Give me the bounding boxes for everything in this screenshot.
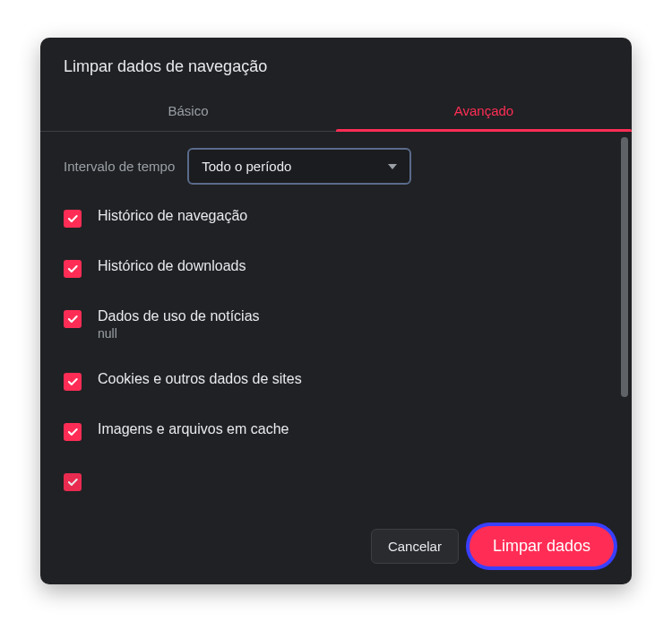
option-text: Histórico de downloads	[98, 258, 246, 274]
time-range-value: Todo o período	[202, 159, 291, 174]
scrollbar-thumb[interactable]	[621, 137, 628, 397]
option-cutoff	[64, 471, 608, 493]
option-text: Histórico de navegação	[98, 208, 247, 224]
check-icon	[66, 212, 79, 225]
checkbox-news-usage[interactable]	[64, 310, 82, 328]
check-icon	[66, 476, 79, 488]
checkbox-cache[interactable]	[64, 423, 82, 441]
check-icon	[66, 313, 79, 325]
content: Intervalo de tempo Todo o período Histór…	[40, 132, 632, 512]
clear-browsing-data-dialog: Limpar dados de navegação Básico Avançad…	[40, 38, 632, 584]
checkbox-browsing-history[interactable]	[64, 210, 82, 228]
option-label: Histórico de downloads	[98, 258, 246, 274]
dialog-footer: Cancelar Limpar dados	[40, 512, 632, 584]
option-text: Dados de uso de notícias null	[98, 308, 260, 341]
check-icon	[66, 376, 79, 388]
option-cache: Imagens e arquivos em cache	[64, 421, 608, 441]
chevron-down-icon	[388, 164, 397, 169]
option-label: Cookies e outros dados de sites	[98, 371, 302, 387]
cancel-button[interactable]: Cancelar	[371, 529, 459, 564]
checkbox-download-history[interactable]	[64, 260, 82, 278]
option-sublabel: null	[98, 326, 260, 341]
check-icon	[66, 426, 79, 438]
time-range-label: Intervalo de tempo	[64, 159, 175, 174]
tab-basic[interactable]: Básico	[40, 92, 336, 131]
scrollbar[interactable]	[621, 137, 628, 506]
dialog-title: Limpar dados de navegação	[40, 38, 632, 92]
option-label: Imagens e arquivos em cache	[98, 421, 289, 437]
time-range-select[interactable]: Todo o período	[187, 148, 411, 185]
option-news-usage: Dados de uso de notícias null	[64, 308, 608, 341]
option-download-history: Histórico de downloads	[64, 258, 608, 278]
time-range-row: Intervalo de tempo Todo o período	[64, 148, 608, 185]
option-text: Cookies e outros dados de sites	[98, 371, 302, 387]
checkbox-cookies[interactable]	[64, 373, 82, 391]
clear-data-button[interactable]: Limpar dados	[470, 526, 614, 566]
tab-advanced[interactable]: Avançado	[336, 92, 632, 131]
option-browsing-history: Histórico de navegação	[64, 208, 608, 228]
tabs: Básico Avançado	[40, 92, 632, 132]
check-icon	[66, 263, 79, 275]
content-wrap: Intervalo de tempo Todo o período Histór…	[40, 132, 632, 512]
option-label: Dados de uso de notícias	[98, 308, 260, 324]
checkbox-cutoff[interactable]	[64, 473, 82, 491]
option-cookies: Cookies e outros dados de sites	[64, 371, 608, 391]
option-text: Imagens e arquivos em cache	[98, 421, 289, 437]
option-label: Histórico de navegação	[98, 208, 247, 224]
